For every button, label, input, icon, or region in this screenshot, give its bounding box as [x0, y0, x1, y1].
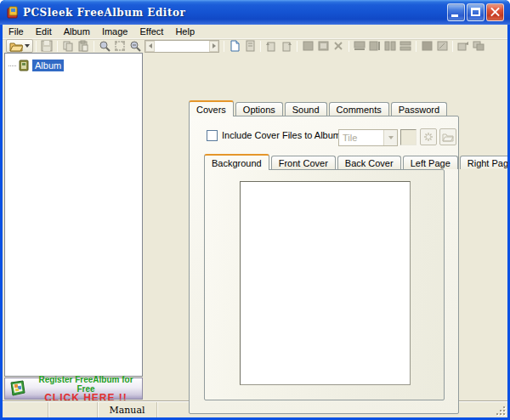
zoom-in-button[interactable] [97, 40, 112, 53]
image-fill-button [300, 40, 315, 53]
zoom-in-icon [99, 40, 110, 52]
client-area: File Edit Album Image Effect Help [3, 25, 507, 417]
album-tree-panel: Album [4, 53, 143, 377]
save-icon [41, 40, 53, 52]
rotate-right-icon [280, 40, 292, 52]
zoom-out-icon [129, 40, 141, 52]
tree-item-label: Album [32, 60, 64, 71]
tab-sound[interactable]: Sound [285, 102, 327, 116]
export-icon [457, 41, 469, 51]
scroll-left-icon[interactable] [145, 41, 155, 52]
new-page-button[interactable] [227, 40, 242, 53]
menu-help[interactable]: Help [169, 26, 201, 37]
album-icon [18, 60, 30, 71]
paste-button [76, 40, 91, 53]
effect-light-button [434, 40, 450, 53]
tab-background[interactable]: Background [204, 154, 269, 170]
tile-mode-value: Tile [339, 133, 383, 143]
select-region-icon [114, 40, 126, 52]
cover-part-tab-bar: Background Front Cover Back Cover Left P… [204, 152, 507, 169]
register-banner-text: Register FreeAlbum for Free CLICK HERE !… [30, 375, 142, 403]
open-dropdown-icon [25, 44, 30, 48]
layout-rows-button [398, 40, 413, 53]
rotate-left-button [264, 40, 279, 53]
menu-effect[interactable]: Effect [133, 26, 169, 37]
layout-columns-icon [384, 41, 396, 51]
image-fill-icon [303, 41, 314, 51]
delete-icon [333, 41, 343, 51]
browse-background-button [439, 128, 456, 145]
tree-item-album[interactable]: Album [8, 59, 139, 72]
rotate-left-icon [265, 40, 277, 52]
status-panel-1 [3, 402, 48, 417]
resize-grip[interactable] [495, 405, 507, 417]
menu-bar: File Edit Album Image Effect Help [3, 25, 507, 38]
dropdown-arrow-button [383, 130, 397, 145]
clear-background-button [420, 128, 437, 145]
layout-top-button [352, 40, 367, 53]
main-tab-bar: Covers Options Sound Comments Password [189, 99, 447, 116]
arrange-button [471, 40, 486, 53]
scroll-right-icon[interactable] [209, 41, 218, 52]
include-cover-checkbox[interactable] [207, 130, 218, 141]
zoom-out-button[interactable] [128, 40, 143, 53]
title-bar: PCSleek FreeAlbum Editor [0, 0, 510, 25]
menu-album[interactable]: Album [58, 26, 96, 37]
include-cover-label: Include Cover Files to Album [222, 130, 341, 141]
open-album-button[interactable] [6, 39, 33, 53]
tab-back-cover[interactable]: Back Cover [337, 156, 401, 169]
open-folder-icon [442, 133, 454, 142]
workspace: Album Register FreeAlbum for Free C [3, 53, 507, 401]
register-banner[interactable]: Register FreeAlbum for Free CLICK HERE !… [4, 377, 143, 400]
image-fit-button [315, 40, 331, 53]
register-line1: Register FreeAlbum for Free [30, 375, 142, 394]
background-preview-canvas [240, 181, 411, 385]
page-scrollbar[interactable] [144, 40, 219, 53]
maximize-button[interactable] [467, 3, 484, 21]
delete-button [331, 40, 346, 53]
select-region-button[interactable] [112, 40, 128, 53]
image-fit-icon [318, 41, 329, 51]
tab-options[interactable]: Options [235, 102, 283, 116]
copy-button [60, 40, 76, 53]
tree-connector [8, 65, 16, 66]
layout-top-icon [354, 41, 366, 51]
status-panel-2 [48, 402, 98, 417]
menu-edit[interactable]: Edit [30, 26, 58, 37]
close-button[interactable] [486, 3, 504, 21]
new-page-icon [230, 40, 241, 52]
menu-image[interactable]: Image [96, 26, 134, 37]
minimize-button[interactable] [447, 3, 465, 21]
layout-right-icon [369, 41, 381, 51]
layout-columns-button [382, 40, 398, 53]
effect-dark-icon [422, 41, 433, 51]
open-folder-icon [9, 41, 23, 52]
tile-mode-dropdown: Tile [338, 129, 398, 146]
save-page-button [242, 40, 258, 53]
status-mode: Manual [98, 402, 157, 417]
effect-light-icon [437, 41, 448, 51]
tab-front-cover[interactable]: Front Cover [271, 156, 336, 169]
chevron-down-icon [388, 136, 394, 139]
save-page-icon [245, 40, 256, 52]
minimize-icon [451, 14, 458, 17]
paste-icon [77, 40, 89, 52]
maximize-icon [471, 8, 480, 16]
window-title: PCSleek FreeAlbum Editor [23, 7, 447, 19]
layout-rows-icon [400, 41, 411, 51]
tab-right-page[interactable]: Right Page [460, 156, 507, 169]
toolbar [3, 38, 507, 53]
app-icon [6, 6, 20, 20]
tab-comments[interactable]: Comments [329, 102, 389, 116]
export-button [456, 40, 471, 53]
layout-right-button [367, 40, 382, 53]
tab-covers[interactable]: Covers [189, 100, 234, 116]
tab-password[interactable]: Password [391, 102, 447, 116]
app-window: PCSleek FreeAlbum Editor File Edit Album… [0, 0, 510, 420]
rotate-right-button [279, 40, 294, 53]
menu-file[interactable]: File [3, 26, 30, 37]
sparkle-icon [423, 132, 434, 142]
save-button [39, 40, 54, 53]
tab-left-page[interactable]: Left Page [403, 156, 458, 169]
register-album-icon [8, 379, 28, 398]
